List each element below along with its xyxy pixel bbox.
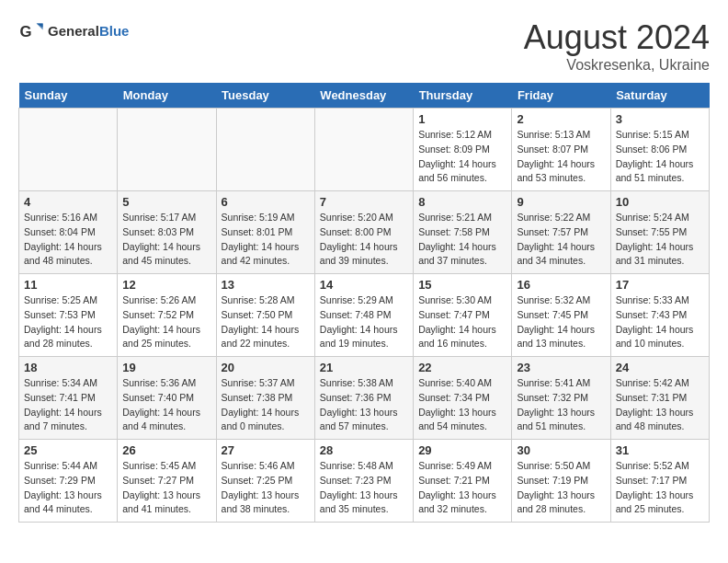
day-info: Sunrise: 5:33 AM Sunset: 7:43 PM Dayligh… xyxy=(616,293,704,351)
day-info: Sunrise: 5:13 AM Sunset: 8:07 PM Dayligh… xyxy=(517,128,605,186)
day-number: 30 xyxy=(517,443,605,457)
day-info: Sunrise: 5:19 AM Sunset: 8:01 PM Dayligh… xyxy=(222,211,310,269)
title-block: August 2024 Voskresenka, Ukraine xyxy=(524,18,710,74)
calendar-cell: 19Sunrise: 5:36 AM Sunset: 7:40 PM Dayli… xyxy=(118,357,216,440)
calendar-cell: 3Sunrise: 5:15 AM Sunset: 8:06 PM Daylig… xyxy=(610,109,709,191)
day-number: 1 xyxy=(418,112,506,126)
day-number: 26 xyxy=(122,443,210,457)
day-info: Sunrise: 5:37 AM Sunset: 7:38 PM Dayligh… xyxy=(222,376,310,434)
calendar-cell: 17Sunrise: 5:33 AM Sunset: 7:43 PM Dayli… xyxy=(610,274,709,357)
day-info: Sunrise: 5:50 AM Sunset: 7:19 PM Dayligh… xyxy=(517,459,605,517)
day-info: Sunrise: 5:36 AM Sunset: 7:40 PM Dayligh… xyxy=(122,376,210,434)
day-number: 11 xyxy=(24,278,112,292)
day-info: Sunrise: 5:52 AM Sunset: 7:17 PM Dayligh… xyxy=(616,459,704,517)
calendar-cell: 13Sunrise: 5:28 AM Sunset: 7:50 PM Dayli… xyxy=(216,274,314,357)
calendar-cell: 22Sunrise: 5:40 AM Sunset: 7:34 PM Dayli… xyxy=(414,357,512,440)
day-info: Sunrise: 5:25 AM Sunset: 7:53 PM Dayligh… xyxy=(24,293,112,351)
calendar-cell xyxy=(118,109,216,191)
header-monday: Monday xyxy=(118,83,216,109)
calendar-cell: 11Sunrise: 5:25 AM Sunset: 7:53 PM Dayli… xyxy=(19,274,118,357)
day-info: Sunrise: 5:42 AM Sunset: 7:31 PM Dayligh… xyxy=(616,376,704,434)
day-number: 12 xyxy=(122,278,210,292)
day-number: 3 xyxy=(616,112,704,126)
calendar-cell: 15Sunrise: 5:30 AM Sunset: 7:47 PM Dayli… xyxy=(414,274,512,357)
header-sunday: Sunday xyxy=(19,83,118,109)
calendar-cell: 31Sunrise: 5:52 AM Sunset: 7:17 PM Dayli… xyxy=(610,440,709,523)
svg-text:G: G xyxy=(19,23,31,40)
calendar-cell: 16Sunrise: 5:32 AM Sunset: 7:45 PM Dayli… xyxy=(512,274,610,357)
calendar-cell: 5Sunrise: 5:17 AM Sunset: 8:03 PM Daylig… xyxy=(118,191,216,274)
calendar-cell: 20Sunrise: 5:37 AM Sunset: 7:38 PM Dayli… xyxy=(216,357,314,440)
day-number: 18 xyxy=(24,361,112,374)
calendar-cell: 29Sunrise: 5:49 AM Sunset: 7:21 PM Dayli… xyxy=(414,440,512,523)
calendar-cell: 14Sunrise: 5:29 AM Sunset: 7:48 PM Dayli… xyxy=(314,274,413,357)
day-info: Sunrise: 5:44 AM Sunset: 7:29 PM Dayligh… xyxy=(24,459,112,517)
week-row-2: 4Sunrise: 5:16 AM Sunset: 8:04 PM Daylig… xyxy=(19,191,710,274)
calendar-cell: 28Sunrise: 5:48 AM Sunset: 7:23 PM Dayli… xyxy=(314,440,413,523)
calendar-cell: 27Sunrise: 5:46 AM Sunset: 7:25 PM Dayli… xyxy=(216,440,314,523)
calendar-cell: 26Sunrise: 5:45 AM Sunset: 7:27 PM Dayli… xyxy=(118,440,216,523)
day-number: 10 xyxy=(616,195,704,209)
day-info: Sunrise: 5:28 AM Sunset: 7:50 PM Dayligh… xyxy=(222,293,310,351)
day-info: Sunrise: 5:15 AM Sunset: 8:06 PM Dayligh… xyxy=(616,128,704,186)
day-number: 6 xyxy=(222,195,310,209)
day-number: 19 xyxy=(122,361,210,374)
location: Voskresenka, Ukraine xyxy=(524,57,710,74)
day-number: 9 xyxy=(517,195,605,209)
day-number: 29 xyxy=(418,443,506,457)
day-info: Sunrise: 5:30 AM Sunset: 7:47 PM Dayligh… xyxy=(418,293,506,351)
header-saturday: Saturday xyxy=(610,83,709,109)
day-number: 13 xyxy=(222,278,310,292)
week-row-4: 18Sunrise: 5:34 AM Sunset: 7:41 PM Dayli… xyxy=(19,357,710,440)
calendar-cell: 7Sunrise: 5:20 AM Sunset: 8:00 PM Daylig… xyxy=(314,191,413,274)
day-info: Sunrise: 5:26 AM Sunset: 7:52 PM Dayligh… xyxy=(122,293,210,351)
day-info: Sunrise: 5:38 AM Sunset: 7:36 PM Dayligh… xyxy=(320,376,408,434)
week-row-3: 11Sunrise: 5:25 AM Sunset: 7:53 PM Dayli… xyxy=(19,274,710,357)
calendar-cell: 30Sunrise: 5:50 AM Sunset: 7:19 PM Dayli… xyxy=(512,440,610,523)
day-number: 2 xyxy=(517,112,605,126)
day-info: Sunrise: 5:48 AM Sunset: 7:23 PM Dayligh… xyxy=(320,459,408,517)
day-info: Sunrise: 5:17 AM Sunset: 8:03 PM Dayligh… xyxy=(122,211,210,269)
day-number: 7 xyxy=(320,195,408,209)
day-number: 25 xyxy=(24,443,112,457)
header-friday: Friday xyxy=(512,83,610,109)
header-tuesday: Tuesday xyxy=(216,83,314,109)
week-row-5: 25Sunrise: 5:44 AM Sunset: 7:29 PM Dayli… xyxy=(19,440,710,523)
day-number: 5 xyxy=(122,195,210,209)
calendar-cell: 23Sunrise: 5:41 AM Sunset: 7:32 PM Dayli… xyxy=(512,357,610,440)
day-info: Sunrise: 5:20 AM Sunset: 8:00 PM Dayligh… xyxy=(320,211,408,269)
page-header: G GeneralBlue August 2024 Voskresenka, U… xyxy=(18,18,710,74)
calendar-cell: 25Sunrise: 5:44 AM Sunset: 7:29 PM Dayli… xyxy=(19,440,118,523)
day-info: Sunrise: 5:41 AM Sunset: 7:32 PM Dayligh… xyxy=(517,376,605,434)
calendar-table: SundayMondayTuesdayWednesdayThursdayFrid… xyxy=(18,83,710,523)
day-info: Sunrise: 5:16 AM Sunset: 8:04 PM Dayligh… xyxy=(24,211,112,269)
day-number: 24 xyxy=(616,361,704,374)
day-info: Sunrise: 5:22 AM Sunset: 7:57 PM Dayligh… xyxy=(517,211,605,269)
day-number: 31 xyxy=(616,443,704,457)
calendar-cell xyxy=(216,109,314,191)
day-number: 16 xyxy=(517,278,605,292)
calendar-cell: 21Sunrise: 5:38 AM Sunset: 7:36 PM Dayli… xyxy=(314,357,413,440)
day-info: Sunrise: 5:46 AM Sunset: 7:25 PM Dayligh… xyxy=(222,459,310,517)
calendar-header-row: SundayMondayTuesdayWednesdayThursdayFrid… xyxy=(19,83,710,109)
week-row-1: 1Sunrise: 5:12 AM Sunset: 8:09 PM Daylig… xyxy=(19,109,710,191)
day-info: Sunrise: 5:29 AM Sunset: 7:48 PM Dayligh… xyxy=(320,293,408,351)
day-info: Sunrise: 5:32 AM Sunset: 7:45 PM Dayligh… xyxy=(517,293,605,351)
day-info: Sunrise: 5:34 AM Sunset: 7:41 PM Dayligh… xyxy=(24,376,112,434)
day-number: 4 xyxy=(24,195,112,209)
calendar-cell: 4Sunrise: 5:16 AM Sunset: 8:04 PM Daylig… xyxy=(19,191,118,274)
day-number: 17 xyxy=(616,278,704,292)
day-number: 28 xyxy=(320,443,408,457)
day-number: 27 xyxy=(222,443,310,457)
day-number: 22 xyxy=(418,361,506,374)
logo-general: General xyxy=(48,23,99,39)
calendar-cell: 12Sunrise: 5:26 AM Sunset: 7:52 PM Dayli… xyxy=(118,274,216,357)
calendar-cell: 2Sunrise: 5:13 AM Sunset: 8:07 PM Daylig… xyxy=(512,109,610,191)
day-info: Sunrise: 5:49 AM Sunset: 7:21 PM Dayligh… xyxy=(418,459,506,517)
day-info: Sunrise: 5:21 AM Sunset: 7:58 PM Dayligh… xyxy=(418,211,506,269)
calendar-cell: 24Sunrise: 5:42 AM Sunset: 7:31 PM Dayli… xyxy=(610,357,709,440)
day-number: 23 xyxy=(517,361,605,374)
calendar-cell: 18Sunrise: 5:34 AM Sunset: 7:41 PM Dayli… xyxy=(19,357,118,440)
day-number: 8 xyxy=(418,195,506,209)
day-number: 20 xyxy=(222,361,310,374)
